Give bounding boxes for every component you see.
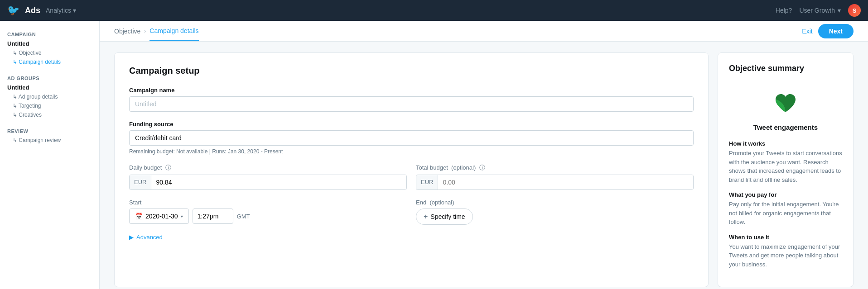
start-field: Start 📅 2020-01-30 ▾ GMT	[129, 199, 407, 224]
ad-groups-section-label: AD GROUPS	[0, 72, 99, 83]
help-link[interactable]: Help?	[776, 7, 792, 14]
budget-row: Daily budget ⓘ EUR Total budget (optiona…	[129, 164, 694, 190]
topnav: 🐦 Ads Analytics ▾ Help? User Growth ▾ S	[0, 0, 868, 21]
funding-source-input[interactable]	[129, 130, 694, 146]
funding-source-label: Funding source	[129, 121, 694, 128]
timezone-label: GMT	[237, 213, 250, 220]
sidebar-item-creatives[interactable]: ↳ Creatives	[0, 110, 99, 119]
summary-icon-area	[729, 81, 842, 123]
funding-note: Remaining budget: Not available | Runs: …	[129, 148, 694, 155]
exit-button[interactable]: Exit	[802, 28, 812, 35]
start-date-wrap: 📅 2020-01-30 ▾ GMT	[129, 208, 407, 224]
daily-budget-field: Daily budget ⓘ EUR	[129, 164, 407, 190]
start-time-input[interactable]	[193, 208, 233, 224]
calendar-icon: 📅	[135, 213, 143, 220]
campaign-name-label: Campaign name	[129, 87, 694, 94]
objective-summary-card: Objective summary Tweet engagements How …	[718, 52, 854, 287]
how-it-works-text: Promote your Tweets to start conversatio…	[729, 149, 842, 184]
end-field: End (optional) + Specify time	[416, 199, 694, 225]
daily-budget-input-wrap: EUR	[129, 175, 407, 190]
chevron-right-icon: ▶	[129, 234, 134, 241]
tabs-bar: Objective › Campaign details Exit Next	[100, 21, 868, 42]
specify-time-button[interactable]: + Specify time	[416, 208, 473, 225]
campaign-section-label: CAMPAIGN	[0, 28, 99, 39]
end-label: End (optional)	[416, 199, 694, 206]
when-to-use-title: When to use it	[729, 234, 842, 241]
total-budget-label: Total budget (optional) ⓘ	[416, 164, 694, 172]
tweet-engagements-icon	[773, 91, 798, 117]
campaign-setup-card: Campaign setup Campaign name Funding sou…	[114, 52, 709, 287]
what-you-pay-text: Pay only for the initial engagement. You…	[729, 200, 842, 227]
advanced-toggle-button[interactable]: ▶ Advanced	[129, 234, 163, 241]
sidebar-item-campaign-details[interactable]: ↳ Campaign details	[0, 57, 99, 66]
sidebar-item-targeting[interactable]: ↳ Targeting	[0, 101, 99, 110]
how-it-works-title: How it works	[729, 140, 842, 147]
chevron-down-icon: ▾	[181, 214, 183, 219]
summary-title: Objective summary	[729, 64, 842, 73]
when-to-use-section: When to use it You want to maximize enga…	[729, 234, 842, 269]
what-you-pay-section: What you pay for Pay only for the initia…	[729, 191, 842, 227]
sidebar-item-campaign-review[interactable]: ↳ Campaign review	[0, 136, 99, 145]
sidebar: CAMPAIGN Untitled ↳ Objective ↳ Campaign…	[0, 21, 100, 289]
campaign-name-input[interactable]	[129, 96, 694, 112]
datetime-row: Start 📅 2020-01-30 ▾ GMT	[129, 199, 694, 225]
start-date-button[interactable]: 📅 2020-01-30 ▾	[129, 208, 189, 224]
user-growth-menu-button[interactable]: User Growth ▾	[799, 7, 841, 14]
sidebar-campaign-main[interactable]: Untitled	[0, 39, 99, 48]
daily-budget-currency: EUR	[130, 175, 151, 190]
how-it-works-section: How it works Promote your Tweets to star…	[729, 140, 842, 184]
twitter-logo-icon: 🐦	[7, 5, 19, 16]
analytics-menu-button[interactable]: Analytics ▾	[46, 7, 76, 14]
sidebar-item-objective[interactable]: ↳ Objective	[0, 48, 99, 57]
daily-budget-label: Daily budget ⓘ	[129, 164, 407, 172]
review-section-label: REVIEW	[0, 125, 99, 136]
objective-label: Tweet engagements	[729, 123, 842, 131]
funding-source-field: Funding source Remaining budget: Not ava…	[129, 121, 694, 155]
app-name: Ads	[25, 6, 40, 15]
plus-icon: +	[424, 213, 428, 221]
content-area: Objective › Campaign details Exit Next C…	[100, 21, 868, 289]
when-to-use-text: You want to maximize engagement of your …	[729, 242, 842, 269]
start-label: Start	[129, 199, 407, 206]
tab-objective[interactable]: Objective	[114, 22, 140, 40]
avatar[interactable]: S	[848, 4, 861, 17]
total-budget-input[interactable]	[438, 175, 693, 190]
campaign-name-field: Campaign name	[129, 87, 694, 112]
breadcrumb-chevron-icon: ›	[144, 28, 146, 34]
sidebar-item-adgroup-details[interactable]: ↳ Ad group details	[0, 92, 99, 101]
setup-card-title: Campaign setup	[129, 66, 694, 76]
what-you-pay-title: What you pay for	[729, 191, 842, 198]
total-budget-input-wrap: EUR	[416, 175, 694, 190]
daily-budget-input[interactable]	[151, 175, 406, 190]
tab-campaign-details[interactable]: Campaign details	[149, 22, 198, 41]
next-button[interactable]: Next	[818, 24, 854, 38]
sidebar-adgroup-main[interactable]: Untitled	[0, 83, 99, 92]
total-budget-currency: EUR	[416, 175, 438, 190]
total-budget-field: Total budget (optional) ⓘ EUR	[416, 164, 694, 190]
